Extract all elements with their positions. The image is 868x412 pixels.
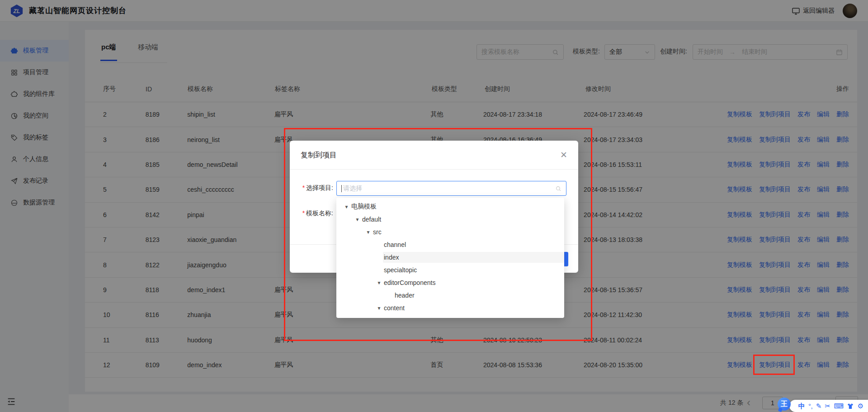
tree-node-label: content (383, 303, 564, 313)
ime-skin-icon[interactable] (847, 403, 854, 410)
tree-node-label: header (394, 290, 564, 301)
tree-node-label: 电脑模板 (350, 201, 564, 213)
tree-node-label: src (372, 227, 564, 237)
page: ZL 藏茗山智能网页设计控制台 返回编辑器 模板管理项目管理我的组件库我的空间我… (0, 0, 868, 412)
tree-node-label: index (383, 252, 564, 263)
ime-toolbar: 中°‚✎✂⌨⚙ (789, 400, 868, 412)
required-mark: * (302, 209, 305, 217)
ime-logo-badge[interactable]: 王 (778, 398, 791, 411)
tree-node-default[interactable]: ▼default (336, 213, 564, 226)
ime-punctuation-icon[interactable]: °‚ (808, 403, 812, 409)
tree-expand-icon[interactable]: ▼ (375, 280, 383, 285)
project-tree-dropdown: ▼电脑模板▼default▼srcchannelindexspecialtopi… (336, 198, 564, 318)
template-name-label: *模板名称: (290, 209, 333, 218)
tree-node-content[interactable]: ▼content (336, 302, 564, 314)
tree-expand-icon[interactable]: ▼ (343, 204, 350, 209)
tree-node-editorComponents[interactable]: ▼editorComponents (336, 276, 564, 289)
tree-node-label: default (361, 214, 564, 225)
tree-node-index[interactable]: index (336, 251, 564, 264)
select-project-label: *选择项目: (290, 184, 333, 192)
tree-node-label: editorComponents (383, 277, 564, 288)
ime-chinese-mode-icon[interactable]: 中 (798, 403, 805, 409)
modal-title: 复制到项目 (301, 151, 337, 160)
tree-expand-icon[interactable]: ▼ (354, 217, 361, 222)
ime-keyboard-icon[interactable]: ⌨ (834, 403, 844, 409)
project-select-placeholder: 请选择 (343, 185, 555, 193)
tree-node-channel[interactable]: channel (336, 238, 564, 251)
ime-handwriting-icon[interactable]: ✎ (816, 403, 822, 409)
ime-settings-icon[interactable]: ⚙ (858, 403, 863, 409)
tree-node-电脑模板[interactable]: ▼电脑模板 (336, 200, 564, 213)
required-mark: * (302, 184, 305, 191)
tree-node-header[interactable]: header (336, 289, 564, 302)
tree-node-specialtopic[interactable]: specialtopic (336, 264, 564, 276)
search-icon (555, 185, 561, 192)
project-select-input[interactable]: 请选择 (336, 181, 566, 196)
tree-node-label: channel (383, 239, 564, 250)
modal-header: 复制到项目 ✕ (290, 141, 578, 170)
tree-expand-icon[interactable]: ▼ (364, 230, 372, 235)
text-caret (341, 185, 342, 192)
tree-node-label: specialtopic (383, 265, 564, 275)
close-icon[interactable]: ✕ (560, 150, 567, 160)
tree-expand-icon[interactable]: ▼ (375, 306, 383, 311)
ime-scissors-icon[interactable]: ✂ (825, 403, 831, 409)
tree-node-src[interactable]: ▼src (336, 226, 564, 238)
